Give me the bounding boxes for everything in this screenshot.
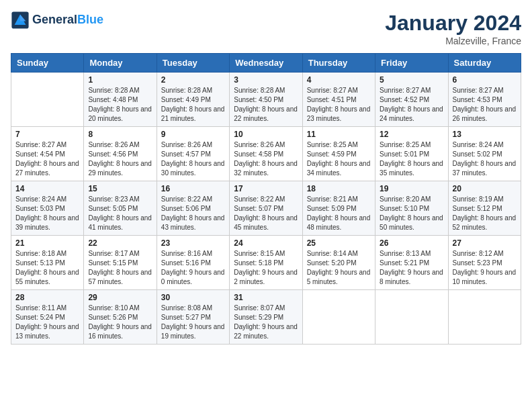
day-content: Sunrise: 8:15 AM Sunset: 5:18 PM Dayligh… bbox=[234, 249, 298, 287]
day-number: 22 bbox=[88, 238, 152, 248]
calendar-cell: 18Sunrise: 8:21 AM Sunset: 5:09 PM Dayli… bbox=[302, 181, 375, 236]
calendar-cell: 4Sunrise: 8:27 AM Sunset: 4:51 PM Daylig… bbox=[302, 73, 375, 127]
day-number: 5 bbox=[380, 75, 443, 85]
day-content: Sunrise: 8:19 AM Sunset: 5:12 PM Dayligh… bbox=[453, 195, 517, 232]
day-content: Sunrise: 8:21 AM Sunset: 5:09 PM Dayligh… bbox=[307, 195, 371, 232]
week-row-4: 21Sunrise: 8:18 AM Sunset: 5:13 PM Dayli… bbox=[11, 236, 521, 290]
day-content: Sunrise: 8:25 AM Sunset: 4:59 PM Dayligh… bbox=[307, 140, 371, 178]
calendar-cell: 28Sunrise: 8:11 AM Sunset: 5:24 PM Dayli… bbox=[11, 290, 84, 345]
calendar-cell: 3Sunrise: 8:28 AM Sunset: 4:50 PM Daylig… bbox=[230, 73, 302, 127]
day-number: 12 bbox=[380, 130, 443, 139]
day-content: Sunrise: 8:13 AM Sunset: 5:21 PM Dayligh… bbox=[380, 249, 443, 287]
title-block: January 2024 Malzeville, France bbox=[385, 11, 521, 46]
day-content: Sunrise: 8:11 AM Sunset: 5:24 PM Dayligh… bbox=[15, 304, 79, 341]
day-content: Sunrise: 8:27 AM Sunset: 4:54 PM Dayligh… bbox=[15, 140, 79, 178]
calendar-cell: 16Sunrise: 8:22 AM Sunset: 5:06 PM Dayli… bbox=[157, 181, 229, 236]
day-number: 20 bbox=[453, 184, 517, 193]
day-number: 21 bbox=[15, 238, 79, 248]
day-content: Sunrise: 8:10 AM Sunset: 5:26 PM Dayligh… bbox=[88, 304, 152, 341]
day-number: 11 bbox=[307, 130, 371, 139]
day-content: Sunrise: 8:08 AM Sunset: 5:27 PM Dayligh… bbox=[161, 304, 225, 341]
day-number: 25 bbox=[307, 238, 371, 248]
calendar-cell: 1Sunrise: 8:28 AM Sunset: 4:48 PM Daylig… bbox=[84, 73, 157, 127]
day-number: 19 bbox=[380, 184, 443, 193]
day-number: 8 bbox=[88, 130, 152, 139]
calendar-cell: 17Sunrise: 8:22 AM Sunset: 5:07 PM Dayli… bbox=[230, 181, 302, 236]
day-number: 14 bbox=[15, 184, 79, 193]
day-content: Sunrise: 8:22 AM Sunset: 5:06 PM Dayligh… bbox=[161, 195, 225, 232]
day-number: 29 bbox=[88, 293, 152, 302]
day-number: 17 bbox=[234, 184, 298, 193]
day-number: 2 bbox=[161, 75, 225, 85]
day-content: Sunrise: 8:07 AM Sunset: 5:29 PM Dayligh… bbox=[234, 304, 298, 341]
month-title: January 2024 bbox=[385, 11, 521, 36]
day-content: Sunrise: 8:26 AM Sunset: 4:56 PM Dayligh… bbox=[88, 140, 152, 178]
day-number: 31 bbox=[234, 293, 298, 302]
calendar-cell bbox=[11, 73, 84, 127]
day-content: Sunrise: 8:23 AM Sunset: 5:05 PM Dayligh… bbox=[88, 195, 152, 232]
calendar-cell: 12Sunrise: 8:25 AM Sunset: 5:01 PM Dayli… bbox=[375, 127, 448, 181]
day-number: 26 bbox=[380, 238, 443, 248]
day-number: 10 bbox=[234, 130, 298, 139]
logo-text: GeneralBlue bbox=[32, 13, 103, 27]
calendar-cell: 30Sunrise: 8:08 AM Sunset: 5:27 PM Dayli… bbox=[157, 290, 229, 345]
day-number: 3 bbox=[234, 75, 298, 85]
day-content: Sunrise: 8:24 AM Sunset: 5:03 PM Dayligh… bbox=[15, 195, 79, 232]
week-row-5: 28Sunrise: 8:11 AM Sunset: 5:24 PM Dayli… bbox=[11, 290, 521, 345]
col-header-thursday: Thursday bbox=[302, 54, 375, 73]
day-content: Sunrise: 8:26 AM Sunset: 4:58 PM Dayligh… bbox=[234, 140, 298, 178]
day-content: Sunrise: 8:28 AM Sunset: 4:49 PM Dayligh… bbox=[161, 86, 225, 124]
week-row-2: 7Sunrise: 8:27 AM Sunset: 4:54 PM Daylig… bbox=[11, 127, 521, 181]
day-content: Sunrise: 8:20 AM Sunset: 5:10 PM Dayligh… bbox=[380, 195, 443, 232]
day-content: Sunrise: 8:14 AM Sunset: 5:20 PM Dayligh… bbox=[307, 249, 371, 287]
calendar-cell bbox=[375, 290, 448, 345]
calendar-cell bbox=[448, 290, 521, 345]
col-header-wednesday: Wednesday bbox=[230, 54, 302, 73]
day-content: Sunrise: 8:16 AM Sunset: 5:16 PM Dayligh… bbox=[161, 249, 225, 287]
day-number: 4 bbox=[307, 75, 371, 85]
calendar-cell: 27Sunrise: 8:12 AM Sunset: 5:23 PM Dayli… bbox=[448, 236, 521, 290]
day-number: 30 bbox=[161, 293, 225, 302]
logo-icon bbox=[11, 11, 30, 30]
calendar-cell: 26Sunrise: 8:13 AM Sunset: 5:21 PM Dayli… bbox=[375, 236, 448, 290]
col-header-saturday: Saturday bbox=[448, 54, 521, 73]
day-content: Sunrise: 8:24 AM Sunset: 5:02 PM Dayligh… bbox=[453, 140, 517, 178]
week-row-3: 14Sunrise: 8:24 AM Sunset: 5:03 PM Dayli… bbox=[11, 181, 521, 236]
calendar-cell: 22Sunrise: 8:17 AM Sunset: 5:15 PM Dayli… bbox=[84, 236, 157, 290]
calendar-cell: 23Sunrise: 8:16 AM Sunset: 5:16 PM Dayli… bbox=[157, 236, 229, 290]
calendar-cell: 19Sunrise: 8:20 AM Sunset: 5:10 PM Dayli… bbox=[375, 181, 448, 236]
page-header: GeneralBlue January 2024 Malzeville, Fra… bbox=[11, 11, 521, 46]
day-content: Sunrise: 8:27 AM Sunset: 4:52 PM Dayligh… bbox=[380, 86, 443, 124]
calendar-cell: 8Sunrise: 8:26 AM Sunset: 4:56 PM Daylig… bbox=[84, 127, 157, 181]
calendar-cell: 31Sunrise: 8:07 AM Sunset: 5:29 PM Dayli… bbox=[230, 290, 302, 345]
calendar-cell: 11Sunrise: 8:25 AM Sunset: 4:59 PM Dayli… bbox=[302, 127, 375, 181]
calendar-cell: 10Sunrise: 8:26 AM Sunset: 4:58 PM Dayli… bbox=[230, 127, 302, 181]
day-number: 13 bbox=[453, 130, 517, 139]
day-number: 9 bbox=[161, 130, 225, 139]
calendar-cell: 13Sunrise: 8:24 AM Sunset: 5:02 PM Dayli… bbox=[448, 127, 521, 181]
day-content: Sunrise: 8:28 AM Sunset: 4:48 PM Dayligh… bbox=[88, 86, 152, 124]
col-header-monday: Monday bbox=[84, 54, 157, 73]
calendar-cell: 25Sunrise: 8:14 AM Sunset: 5:20 PM Dayli… bbox=[302, 236, 375, 290]
calendar-table: SundayMondayTuesdayWednesdayThursdayFrid… bbox=[11, 53, 521, 345]
day-number: 18 bbox=[307, 184, 371, 193]
calendar-cell: 6Sunrise: 8:27 AM Sunset: 4:53 PM Daylig… bbox=[448, 73, 521, 127]
calendar-cell: 2Sunrise: 8:28 AM Sunset: 4:49 PM Daylig… bbox=[157, 73, 229, 127]
day-number: 7 bbox=[15, 130, 79, 139]
calendar-cell: 5Sunrise: 8:27 AM Sunset: 4:52 PM Daylig… bbox=[375, 73, 448, 127]
col-header-tuesday: Tuesday bbox=[157, 54, 229, 73]
day-content: Sunrise: 8:27 AM Sunset: 4:53 PM Dayligh… bbox=[453, 86, 517, 124]
day-content: Sunrise: 8:26 AM Sunset: 4:57 PM Dayligh… bbox=[161, 140, 225, 178]
logo: GeneralBlue bbox=[11, 11, 103, 30]
day-number: 28 bbox=[15, 293, 79, 302]
day-content: Sunrise: 8:17 AM Sunset: 5:15 PM Dayligh… bbox=[88, 249, 152, 287]
day-number: 1 bbox=[88, 75, 152, 85]
day-number: 24 bbox=[234, 238, 298, 248]
calendar-cell: 14Sunrise: 8:24 AM Sunset: 5:03 PM Dayli… bbox=[11, 181, 84, 236]
calendar-cell: 15Sunrise: 8:23 AM Sunset: 5:05 PM Dayli… bbox=[84, 181, 157, 236]
calendar-cell: 9Sunrise: 8:26 AM Sunset: 4:57 PM Daylig… bbox=[157, 127, 229, 181]
day-content: Sunrise: 8:25 AM Sunset: 5:01 PM Dayligh… bbox=[380, 140, 443, 178]
calendar-cell: 29Sunrise: 8:10 AM Sunset: 5:26 PM Dayli… bbox=[84, 290, 157, 345]
calendar-cell: 21Sunrise: 8:18 AM Sunset: 5:13 PM Dayli… bbox=[11, 236, 84, 290]
calendar-header-row: SundayMondayTuesdayWednesdayThursdayFrid… bbox=[11, 54, 521, 73]
